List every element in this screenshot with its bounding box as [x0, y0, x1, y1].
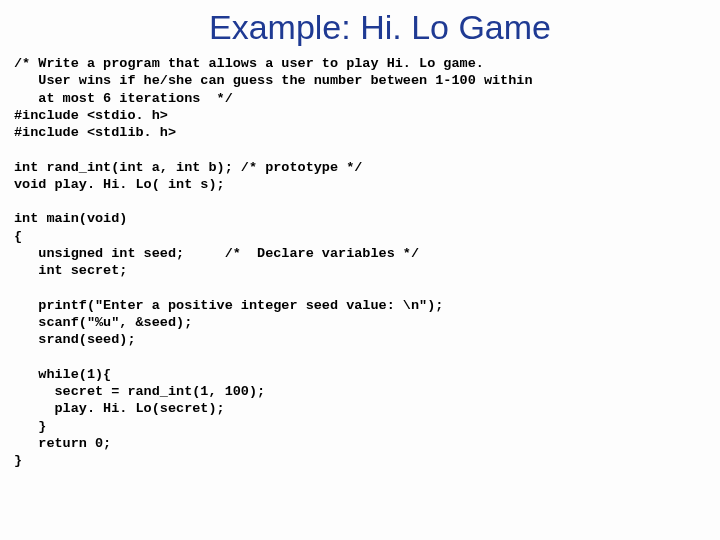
- slide: Example: Hi. Lo Game /* Write a program …: [0, 0, 720, 540]
- slide-title: Example: Hi. Lo Game: [54, 8, 706, 47]
- code-block: /* Write a program that allows a user to…: [14, 55, 706, 469]
